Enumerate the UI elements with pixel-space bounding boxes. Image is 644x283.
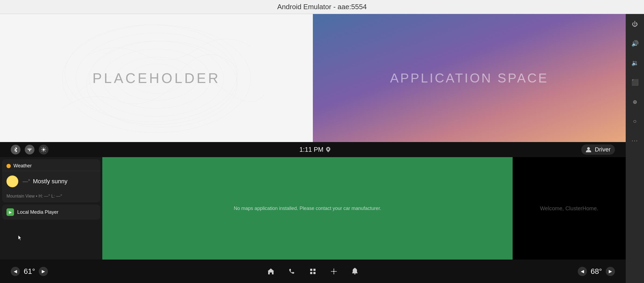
weather-header: Weather [2,159,100,171]
drawer-empty-area [0,222,102,249]
person-icon [586,147,592,153]
map-message: No maps application installed. Please co… [234,206,381,211]
svg-rect-21 [313,269,316,271]
left-temperature-control: ◀ 61° ▶ [11,267,48,276]
svg-point-9 [43,149,45,151]
mouse-cursor [18,235,22,241]
application-space-label: APPLICATION SPACE [390,71,548,85]
driver-label: Driver [595,146,611,153]
weather-card[interactable]: Weather —° Mostly sunny Mountain View • … [2,159,100,202]
title-text: Android Emulator - aae:5554 [277,3,367,11]
brightness-icon[interactable] [39,145,48,154]
status-bar-left [11,145,48,154]
svg-point-24 [333,271,335,272]
map-area: No maps application installed. Please co… [102,157,513,260]
power-icon[interactable]: ⏻ [630,19,640,29]
camera-icon[interactable]: ⬛ [630,78,640,87]
circle-icon[interactable]: ○ [630,116,640,126]
svg-point-19 [587,147,590,150]
placeholder-label: PLACEHOLDER [92,70,220,86]
left-drawer: Weather —° Mostly sunny Mountain View • … [0,157,102,260]
android-status-bar: 1:11 PM Driver [0,142,626,157]
media-player-card[interactable]: ▶ Local Media Player [2,205,100,220]
right-temp-decrease-button[interactable]: ◀ [578,267,587,276]
cluster-message: Welcome, ClusterHome. [540,205,598,212]
right-temperature-value: 68° [589,267,604,276]
apps-nav-button[interactable] [308,266,318,277]
weather-condition: —° Mostly sunny [23,178,68,185]
fan-nav-button[interactable] [329,266,339,277]
title-bar: Android Emulator - aae:5554 [0,0,644,14]
weather-body: —° Mostly sunny [2,171,100,192]
svg-rect-23 [313,272,316,274]
svg-rect-22 [310,272,312,274]
left-temp-decrease-button[interactable]: ◀ [11,267,20,276]
more-icon[interactable]: ··· [630,136,640,146]
right-sidebar: ⏻ 🔊 🔉 ⬛ ⊕ ○ ··· [626,14,644,283]
weather-title: Weather [13,163,32,169]
wifi-icon[interactable] [25,145,34,154]
notifications-nav-button[interactable] [350,266,360,277]
weather-dot-icon [6,164,11,168]
phone-nav-button[interactable] [287,266,297,277]
svg-line-17 [45,148,46,148]
status-bar-center: 1:11 PM [299,146,330,153]
cluster-area: Welcome, ClusterHome. [513,157,626,260]
weather-condition-text: Mostly sunny [33,178,67,185]
volume-down-icon[interactable]: 🔉 [630,58,640,68]
svg-line-14 [42,148,42,148]
weather-location: Mountain View • H: —° L: —° [2,192,100,202]
svg-point-18 [327,148,329,150]
svg-line-15 [45,151,46,151]
status-time: 1:11 PM [299,146,323,153]
svg-point-8 [29,151,30,151]
media-player-label: Local Media Player [17,209,58,215]
android-auto-area: 1:11 PM Driver [0,142,626,283]
bottom-bar: ◀ 61° ▶ [0,260,626,283]
bluetooth-icon[interactable] [11,145,20,154]
sun-icon [6,175,18,187]
top-panels: PLACEHOLDER APPLICATION SPACE [0,14,626,142]
location-pin-icon [326,147,330,152]
left-temp-increase-button[interactable]: ▶ [39,267,48,276]
media-player-icon: ▶ [6,208,14,216]
content-row: Weather —° Mostly sunny Mountain View • … [0,157,626,260]
home-nav-button[interactable] [266,266,276,277]
weather-condition-prefix: —° [23,178,30,184]
bottom-nav [266,266,360,277]
left-placeholder-panel: PLACEHOLDER [0,14,313,142]
right-temperature-control: ◀ 68° ▶ [578,267,615,276]
driver-profile[interactable]: Driver [581,144,615,155]
zoom-icon[interactable]: ⊕ [630,97,640,107]
svg-rect-20 [310,269,312,271]
volume-up-icon[interactable]: 🔊 [630,39,640,49]
left-temperature-value: 61° [22,267,37,276]
right-application-panel: APPLICATION SPACE [313,14,626,142]
right-temp-increase-button[interactable]: ▶ [606,267,615,276]
svg-line-16 [42,151,42,151]
main-area: PLACEHOLDER APPLICATION SPACE [0,14,626,283]
